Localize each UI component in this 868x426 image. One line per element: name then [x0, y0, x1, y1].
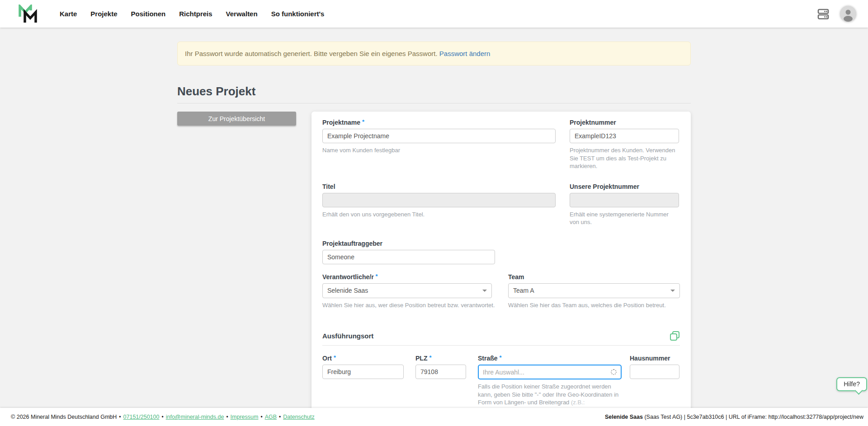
nav-item-verwalten[interactable]: Verwalten — [226, 10, 258, 18]
plz-label: PLZ* — [415, 355, 466, 362]
footer-link-impressum[interactable]: Impressum — [224, 414, 258, 420]
user-avatar-icon[interactable] — [840, 6, 856, 22]
page-body: Ihr Passwort wurde automatisch generiert… — [0, 28, 868, 408]
server-icon[interactable] — [816, 7, 830, 21]
left-column: Zur Projektübersicht — [177, 112, 297, 126]
team-help: Wählen Sie hier das Team aus, welches di… — [508, 301, 680, 309]
required-marker: * — [334, 354, 336, 361]
chevron-down-icon — [482, 290, 487, 292]
loading-spinner-icon — [611, 369, 617, 375]
help-button[interactable]: Hilfe? — [836, 377, 867, 391]
page-title: Neues Projekt — [177, 84, 691, 103]
required-marker: * — [500, 354, 502, 361]
hausnummer-label: Hausnummer — [630, 355, 679, 362]
footer-session-info: Selenide Saas (Saas Test AG) | 5c3e7ab31… — [605, 414, 863, 420]
team-label: Team — [508, 273, 680, 281]
nav-item-positionen[interactable]: Positionen — [131, 10, 166, 18]
strasse-help: Falls die Position keiner Straße zugeord… — [478, 383, 622, 408]
footer-link-datenschutz[interactable]: Datenschutz — [277, 414, 315, 420]
back-to-project-overview-button[interactable]: Zur Projektübersicht — [177, 112, 296, 126]
verantwortliche-selected-value: Selenide Saas — [327, 287, 368, 294]
navbar-right — [816, 6, 856, 22]
team-select[interactable]: Team A — [508, 283, 680, 298]
verantwortliche-label: Verantwortliche/r* — [322, 273, 492, 281]
copy-icon[interactable] — [670, 331, 680, 341]
chevron-down-icon — [670, 290, 675, 292]
ort-label: Ort* — [322, 355, 404, 362]
projektnummer-label: Projektnummer — [570, 119, 679, 126]
mineral-minds-logo-icon[interactable] — [18, 5, 39, 23]
unsere-projektnummer-label: Unsere Projektnummer — [570, 183, 679, 190]
verantwortliche-select[interactable]: Selenide Saas — [322, 283, 492, 298]
strasse-field-focused — [478, 365, 622, 379]
copyright-text: © 2026 Mineral Minds Deutschland GmbH — [11, 414, 117, 420]
projektname-label: Projektname* — [322, 119, 556, 126]
nav-item-projekte[interactable]: Projekte — [90, 10, 117, 18]
unsere-projektnummer-input — [570, 193, 679, 207]
team-selected-value: Team A — [513, 287, 534, 294]
projektnummer-help: Projektnummer des Kunden. Verwenden Sie … — [570, 146, 679, 170]
navbar: Karte Projekte Positionen Richtpreis Ver… — [0, 0, 868, 28]
footer-left: © 2026 Mineral Minds Deutschland GmbH 07… — [11, 414, 315, 420]
password-warning-banner: Ihr Passwort wurde automatisch generiert… — [177, 42, 691, 66]
projektauftraggeber-input[interactable] — [322, 250, 495, 264]
titel-input — [322, 193, 556, 207]
ausfuehrungsort-section-header: Ausführungsort — [322, 331, 680, 346]
required-marker: * — [362, 118, 364, 125]
nav-item-so-funktionierts[interactable]: So funktioniert's — [271, 10, 325, 18]
required-marker: * — [376, 273, 378, 280]
nav-item-karte[interactable]: Karte — [60, 10, 77, 18]
footer-link-email[interactable]: info@mineral-minds.de — [159, 414, 224, 420]
projektnummer-input[interactable] — [570, 129, 679, 143]
nav-item-richtpreis[interactable]: Richtpreis — [179, 10, 212, 18]
required-marker: * — [429, 354, 431, 361]
footer: © 2026 Mineral Minds Deutschland GmbH 07… — [0, 408, 868, 426]
project-form-card: Projektname* Name vom Kunden festlegbar … — [311, 112, 691, 408]
footer-user-name: Selenide Saas — [605, 414, 643, 420]
banner-text: Ihr Passwort wurde automatisch generiert… — [185, 50, 438, 57]
projektauftraggeber-label: Projektauftraggeber — [322, 240, 495, 247]
verantwortliche-help: Wählen Sie hier aus, wer diese Position … — [322, 301, 492, 309]
projektname-input[interactable] — [322, 129, 556, 143]
plz-input[interactable] — [415, 365, 466, 379]
strasse-label: Straße* — [478, 355, 622, 362]
footer-session-details: (Saas Test AG) | 5c3e7ab310c6 | URL of i… — [643, 414, 863, 420]
ort-input[interactable] — [322, 365, 404, 379]
footer-link-phone[interactable]: 07151/250100 — [117, 414, 159, 420]
ausfuehrungsort-title: Ausführungsort — [322, 332, 373, 340]
titel-label: Titel — [322, 183, 556, 190]
main-nav: Karte Projekte Positionen Richtpreis Ver… — [60, 10, 324, 18]
hausnummer-input[interactable] — [630, 365, 679, 379]
projektname-help: Name vom Kunden festlegbar — [322, 146, 556, 154]
titel-help: Erhält den von uns vorgegebenen Titel. — [322, 211, 556, 219]
change-password-link[interactable]: Passwort ändern — [439, 50, 491, 57]
strasse-input[interactable] — [483, 369, 611, 376]
unsere-projektnummer-help: Erhält eine systemgenerierte Nummer von … — [570, 211, 679, 226]
footer-link-agb[interactable]: AGB — [258, 414, 277, 420]
